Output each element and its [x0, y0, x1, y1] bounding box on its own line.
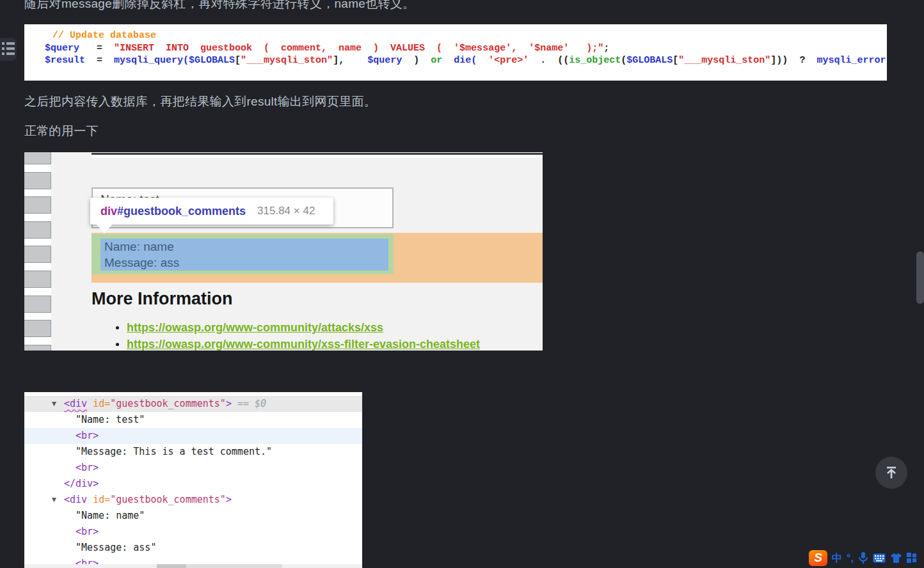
code-token: ])) — [770, 55, 788, 66]
dvwa-menu-button — [24, 271, 51, 288]
dvwa-menu-button — [24, 196, 51, 214]
dvwa-menu-button — [24, 221, 51, 239]
code-token: mysqli_query( — [114, 55, 189, 66]
code-token: = — [79, 43, 114, 54]
ime-punctuation-button[interactable]: °, — [847, 550, 854, 566]
devtools-token: <div — [64, 494, 87, 505]
devtools-token: = — [104, 494, 110, 505]
owasp-link-list: https://owasp.org/www-community/attacks/… — [127, 320, 480, 351]
keyboard-icon — [873, 553, 886, 563]
devtools-row-text: <br> — [24, 524, 99, 540]
devtools-row-text: <div id="guestbook_comments"> == $0 — [24, 396, 266, 412]
screenshot-devtools-elements[interactable]: <br>▼<div id="guestbook_comments"> == $0… — [24, 392, 362, 568]
code-line: // Update database — [24, 29, 887, 42]
tooltip-element-size: 315.84 × 42 — [257, 205, 315, 217]
code-token: "___mysqli_ston" — [678, 55, 770, 66]
textarea-bottom-edge — [92, 152, 543, 158]
devtools-token: <br> — [76, 392, 99, 393]
ime-skin-button[interactable] — [890, 553, 902, 564]
devtools-row: <br> — [24, 460, 362, 476]
code-token: "INSERT INTO guestbook ( comment, name )… — [114, 43, 603, 54]
code-token: ) — [402, 55, 431, 66]
comment-name-line: Name: name — [104, 239, 385, 255]
code-token — [442, 55, 454, 66]
code-token: $query — [367, 55, 402, 66]
expand-arrow-icon: ▼ — [52, 492, 56, 508]
ime-keyboard-button[interactable] — [873, 553, 886, 563]
code-token: . (( — [529, 55, 569, 66]
code-token: = — [85, 55, 114, 66]
tooltip-element-id: #guestbook_comments — [117, 205, 246, 218]
code-token: '<pre>' — [488, 55, 529, 66]
devtools-token: "guestbook_comments" — [110, 494, 226, 505]
code-token: [ — [673, 55, 678, 66]
highlighted-guestbook-div: Name: name Message: ass — [100, 239, 388, 271]
devtools-token: id — [93, 494, 104, 505]
ime-chinese-mode-button[interactable]: 中 — [832, 550, 842, 566]
devtools-token: = — [104, 398, 110, 409]
devtools-token: <br> — [76, 462, 99, 473]
screenshot-dvwa-inspect[interactable]: Name: test Name: name Message: ass div#g… — [24, 152, 543, 351]
code-line: // mysql_close() — [24, 79, 887, 81]
devtools-row-text: <br> — [24, 460, 99, 476]
devtools-token: "Name: name" — [76, 510, 145, 521]
code-token: $GLOBALS — [189, 55, 235, 66]
code-token: $query — [45, 43, 79, 54]
dvwa-menu-button — [24, 172, 51, 189]
code-token: ? — [788, 55, 816, 66]
skin-icon — [890, 553, 902, 564]
code-token: // Update database — [52, 30, 156, 41]
tooltip-arrow — [96, 224, 113, 233]
devtools-token: > — [226, 398, 232, 409]
arrow-to-top-icon — [884, 465, 899, 480]
code-token: ; — [603, 43, 609, 54]
owasp-link: https://owasp.org/www-community/attacks/… — [127, 320, 480, 335]
code-line: $query = "INSERT INTO guestbook ( commen… — [24, 42, 887, 55]
code-token: // mysql_close() — [52, 80, 145, 81]
devtools-row-text: <br> — [24, 428, 99, 444]
devtools-hscrollbar-thumb — [157, 564, 186, 568]
devtools-row: <br> — [24, 428, 362, 444]
devtools-token: > — [226, 494, 232, 505]
code-token: [ — [235, 55, 241, 66]
devtools-row: </div> — [24, 476, 362, 492]
owasp-link: https://owasp.org/www-community/xss-filt… — [127, 337, 480, 351]
devtools-row: <br> — [24, 524, 362, 540]
devtools-token — [87, 494, 93, 505]
ime-voice-button[interactable] — [858, 551, 868, 564]
devtools-token: <div — [64, 398, 87, 409]
dvwa-menu-button — [24, 320, 51, 337]
code-token: ], — [333, 55, 367, 66]
code-token — [477, 55, 488, 66]
devtools-token: <br> — [76, 430, 99, 441]
dvwa-menu-button — [24, 345, 51, 351]
comment-message-line: Message: ass — [104, 255, 385, 271]
devtools-hscrollbar — [24, 564, 362, 568]
code-token: $GLOBALS — [626, 55, 673, 66]
code-line: $result = mysqli_query($GLOBALS["___mysq… — [24, 54, 887, 67]
devtools-row-text: "Message: This is a test comment." — [24, 444, 272, 460]
devtools-token: <br> — [76, 526, 99, 537]
devtools-token: "guestbook_comments" — [110, 398, 226, 409]
devtools-row-text: </div> — [24, 476, 99, 492]
back-to-top-button[interactable] — [875, 457, 907, 489]
code-token: ( — [621, 55, 626, 66]
ime-toolbox-button[interactable] — [907, 553, 917, 563]
devtools-token: "Message: ass" — [76, 542, 156, 553]
toc-button[interactable] — [0, 38, 17, 61]
sogou-logo-icon[interactable]: S — [809, 550, 827, 566]
devtools-token — [87, 398, 93, 409]
list-icon — [2, 42, 15, 58]
devtools-row-text: "Message: ass" — [24, 540, 156, 556]
devtools-row: "Name: name" — [24, 508, 362, 524]
expand-arrow-icon: ▼ — [52, 396, 56, 412]
code-token: $result — [45, 55, 85, 66]
dvwa-menu-button — [24, 152, 51, 164]
page-scrollbar-thumb[interactable] — [916, 251, 924, 304]
dvwa-menu-button — [24, 246, 51, 263]
ime-toolbar: S 中 °, — [809, 548, 924, 567]
devtools-row: "Name: test" — [24, 412, 362, 428]
devtools-row: "Message: ass" — [24, 540, 362, 556]
devtools-token: "Message: This is a test comment." — [76, 446, 272, 457]
devtools-row: ▼<div id="guestbook_comments"> — [24, 492, 362, 508]
